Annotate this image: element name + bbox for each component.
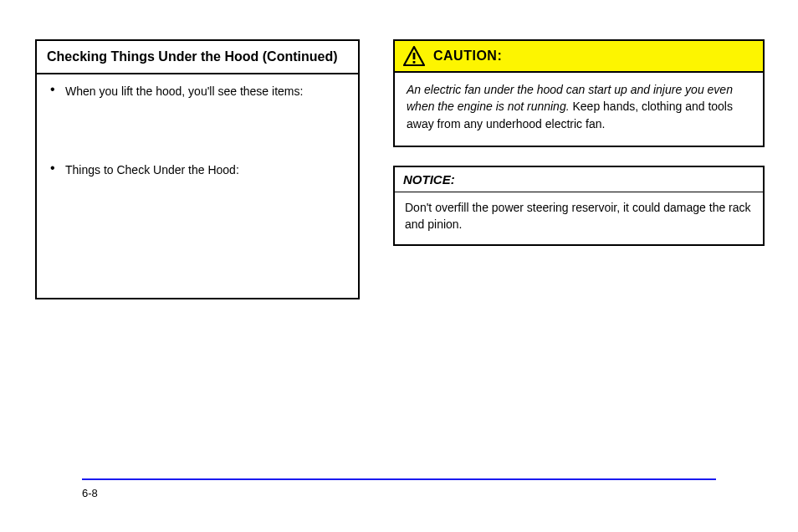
- notice-box: NOTICE: Don't overfill the power steerin…: [393, 166, 765, 247]
- bullet-item: Things to Check Under the Hood:: [49, 161, 346, 178]
- important-box: Checking Things Under the Hood (Continue…: [35, 39, 360, 299]
- svg-rect-1: [413, 53, 416, 59]
- warning-triangle-icon: [403, 46, 425, 66]
- bullet-item: When you lift the hood, you'll see these…: [49, 83, 346, 100]
- notice-body: Don't overfill the power steering reserv…: [395, 192, 763, 245]
- footer-rule: [82, 478, 716, 480]
- caution-body: An electric fan under the hood can start…: [395, 73, 763, 146]
- caution-box: CAUTION: An electric fan under the hood …: [393, 39, 765, 147]
- svg-rect-2: [413, 61, 416, 64]
- important-body: When you lift the hood, you'll see these…: [37, 74, 358, 298]
- page-number: 6-8: [82, 487, 98, 499]
- important-header: Checking Things Under the Hood (Continue…: [37, 41, 358, 74]
- right-column: CAUTION: An electric fan under the hood …: [393, 39, 765, 246]
- caution-header: CAUTION:: [395, 41, 763, 73]
- notice-header: NOTICE:: [395, 167, 763, 192]
- page-root: Checking Things Under the Hood (Continue…: [0, 0, 798, 532]
- caution-label: CAUTION:: [433, 49, 502, 64]
- left-column: Checking Things Under the Hood (Continue…: [35, 39, 360, 299]
